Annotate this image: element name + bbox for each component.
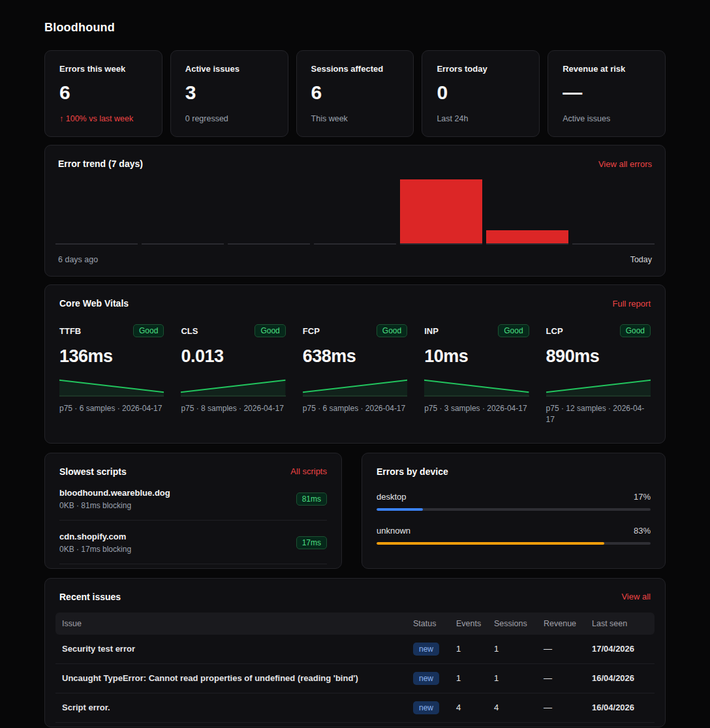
- stat-value: —: [563, 82, 651, 104]
- script-item[interactable]: cdn.shopify.com 0KB · 17ms blocking 17ms: [59, 521, 327, 564]
- issue-last-seen: 17/04/2026: [585, 635, 655, 664]
- table-header-row: Issue Status Events Sessions Revenue Las…: [55, 613, 655, 635]
- issue-last-seen: 16/04/2026: [585, 663, 655, 693]
- metric-value: 638ms: [303, 346, 407, 367]
- sparkline-svg: [181, 377, 285, 395]
- issue-events: 4: [450, 693, 487, 722]
- metric-name: CLS: [181, 326, 198, 336]
- issue-row[interactable]: Security test error new 1 1 — 17/04/2026: [55, 635, 655, 664]
- errors-by-device-header: Errors by device: [377, 466, 651, 477]
- issue-events: 1: [450, 663, 487, 693]
- device-percentage: 17%: [634, 492, 651, 502]
- issues-table: Issue Status Events Sessions Revenue Las…: [55, 613, 655, 723]
- device-percentage: 83%: [634, 526, 651, 536]
- trend-bar-slot: [400, 179, 482, 245]
- column-header-issue: Issue: [55, 613, 407, 635]
- stat-sub: 0 regressed: [185, 114, 273, 123]
- metric-caption: p75 · 6 samples · 2026-04-17: [303, 403, 407, 414]
- issue-row[interactable]: Uncaught TypeError: Cannot read properti…: [55, 663, 655, 693]
- view-all-link[interactable]: View all: [621, 592, 651, 601]
- device-progress-fill: [377, 542, 604, 545]
- script-host: bloodhound.weareblue.dog: [59, 488, 170, 498]
- status-badge-new: new: [413, 643, 439, 656]
- metric-caption: p75 · 6 samples · 2026-04-17: [59, 403, 164, 414]
- cwv-metric: FCP Good 638ms p75 · 6 samples · 2026-04…: [303, 324, 407, 426]
- issue-title: Uncaught TypeError: Cannot read properti…: [55, 663, 407, 693]
- device-item: unknown 83%: [377, 526, 651, 545]
- metric-name: LCP: [546, 326, 563, 336]
- section-title: Error trend (7 days): [58, 159, 143, 169]
- all-scripts-link[interactable]: All scripts: [290, 466, 327, 476]
- blocking-time-badge: 81ms: [296, 493, 327, 506]
- status-badge-good: Good: [377, 324, 407, 337]
- cwv-metric-header: TTFB Good: [59, 324, 164, 337]
- device-row: unknown 83%: [377, 526, 651, 536]
- stat-value: 6: [59, 82, 147, 104]
- metric-sparkline: [546, 377, 651, 397]
- issue-title: Script error.: [55, 693, 407, 722]
- column-header-status: Status: [407, 613, 450, 635]
- stat-card: Revenue at risk — Active issues: [548, 50, 666, 137]
- device-label: desktop: [377, 492, 407, 502]
- metric-caption: p75 · 8 samples · 2026-04-17: [181, 403, 285, 414]
- issue-row[interactable]: Script error. new 4 4 — 16/04/2026: [55, 693, 655, 722]
- device-progress-track: [377, 542, 651, 545]
- metric-sparkline: [59, 377, 164, 397]
- metric-value: 0.013: [181, 346, 285, 367]
- full-report-link[interactable]: Full report: [612, 299, 651, 309]
- trend-bar-slot: [228, 179, 310, 245]
- stat-value: 0: [437, 82, 525, 104]
- error-trend-header: Error trend (7 days) View all errors: [55, 159, 655, 169]
- status-badge-new: new: [413, 672, 439, 685]
- x-axis-label-left: 6 days ago: [58, 255, 98, 264]
- dashboard: Bloodhound Errors this week 6 ↑ 100% vs …: [0, 0, 710, 728]
- stat-label: Active issues: [185, 64, 273, 74]
- status-badge-good: Good: [498, 324, 529, 337]
- blocking-time-badge: 17ms: [296, 536, 327, 549]
- cwv-header: Core Web Vitals Full report: [59, 298, 651, 309]
- trend-bar-slot: [142, 179, 224, 245]
- issue-sessions: 1: [487, 635, 537, 664]
- cwv-metric: INP Good 10ms p75 · 3 samples · 2026-04-…: [424, 324, 529, 426]
- issue-events: 1: [450, 635, 487, 664]
- view-all-errors-link[interactable]: View all errors: [598, 159, 652, 169]
- device-progress-track: [377, 508, 651, 511]
- cwv-metric-header: INP Good: [424, 324, 529, 337]
- issue-status-cell: new: [407, 635, 450, 664]
- script-info: cdn.shopify.com 0KB · 17ms blocking: [59, 532, 131, 554]
- x-axis-label-right: Today: [630, 255, 652, 264]
- cwv-metrics: TTFB Good 136ms p75 · 6 samples · 2026-0…: [59, 324, 651, 426]
- sparkline-svg: [546, 377, 651, 395]
- status-badge-new: new: [413, 701, 439, 714]
- metric-caption: p75 · 12 samples · 2026-04-17: [546, 403, 651, 426]
- error-trend-card: Error trend (7 days) View all errors 6 d…: [44, 145, 666, 277]
- trend-bar-slot: [314, 179, 396, 245]
- issue-status-cell: new: [407, 693, 450, 722]
- trend-bar-slot: [572, 179, 655, 245]
- issue-sessions: 1: [487, 663, 537, 693]
- slowest-scripts-header: Slowest scripts All scripts: [59, 466, 327, 477]
- sparkline-svg: [424, 377, 529, 395]
- sparkline-svg: [303, 377, 407, 395]
- stat-card: Sessions affected 6 This week: [296, 50, 414, 137]
- cwv-metric-header: LCP Good: [546, 324, 651, 337]
- section-title: Core Web Vitals: [59, 298, 129, 309]
- script-detail: 0KB · 81ms blocking: [59, 501, 170, 510]
- stat-value: 6: [311, 82, 399, 104]
- metric-sparkline: [424, 377, 529, 397]
- issue-title: Security test error: [55, 635, 407, 664]
- device-label: unknown: [377, 526, 410, 536]
- cwv-metric-header: FCP Good: [303, 324, 407, 337]
- section-title: Errors by device: [377, 466, 448, 477]
- issue-status-cell: new: [407, 663, 450, 693]
- errors-by-device-card: Errors by device desktop 17% unknown: [362, 453, 666, 569]
- script-item[interactable]: bloodhound.weareblue.dog 0KB · 81ms bloc…: [59, 477, 327, 521]
- issue-last-seen: 16/04/2026: [585, 693, 655, 722]
- issue-revenue: —: [537, 635, 585, 664]
- recent-issues-header: Recent issues View all: [55, 592, 655, 602]
- device-progress-fill: [377, 508, 423, 511]
- core-web-vitals-card: Core Web Vitals Full report TTFB Good 13…: [44, 284, 666, 444]
- metric-value: 890ms: [546, 346, 651, 367]
- status-badge-good: Good: [133, 324, 164, 337]
- stat-label: Errors this week: [59, 64, 147, 74]
